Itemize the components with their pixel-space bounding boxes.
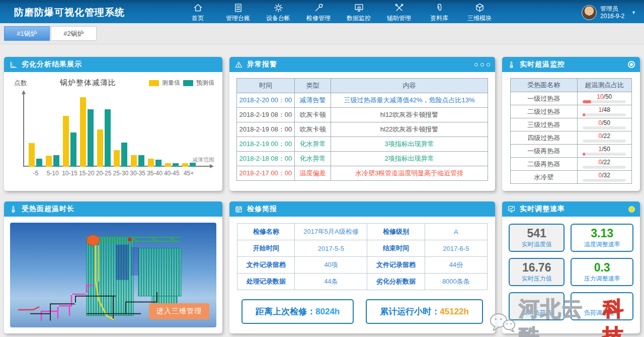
bar-测量值 [114, 150, 120, 167]
alarm-row[interactable]: 2018-2-20 00：00减薄告警三级过热器最大减薄值42%，危险点占比13… [237, 93, 488, 108]
alarm-row[interactable]: 2018-2-18 08：00化水异常2项指标出现异常 [237, 152, 488, 166]
surface-name: 四级过热器 [511, 131, 578, 145]
bar-预测值 [105, 109, 111, 167]
maintenance-row: 检修名称2017年5月A级检修检修级别A [237, 224, 488, 240]
surface-name: 水冷壁 [511, 171, 578, 184]
nav-item-paperclip[interactable]: 资料库 [419, 2, 459, 23]
overheat-ratio-cell: 0/22 [577, 131, 631, 145]
alarm-cell: 2018-2-19 08：00 [237, 108, 295, 122]
user-info: 管理员 2016-9-2 [600, 5, 624, 20]
ratio-denominator: /32 [602, 172, 610, 179]
maintenance-value: 2017年5月A级检修 [295, 224, 367, 240]
total-running-hours-button[interactable]: 累计运行小时：45122h [366, 299, 483, 324]
nav-item-label: 数据监控 [347, 14, 371, 23]
surface-name: 一级过热器 [511, 92, 578, 105]
alarm-cell: 化水异常 [294, 137, 331, 152]
bars-row [114, 143, 127, 167]
bar-测量值 [131, 155, 137, 167]
user-menu[interactable]: 管理员 2016-9-2 ▼ [582, 5, 644, 20]
nav-item-cube[interactable]: 三维模块 [459, 2, 500, 23]
chart-bars: -55-1010-1515-2020-2525-3030-3535-4040-4… [27, 91, 197, 179]
thermometer-icon [9, 205, 18, 214]
metric-value: 3.13 [591, 227, 613, 240]
panel-title: 实时超温监控 [520, 60, 565, 69]
overheat-ratio-cell: 1/50 [577, 145, 631, 158]
bars-row [80, 97, 94, 167]
bars-row [165, 163, 179, 167]
chart-monitor-icon [507, 205, 516, 214]
metric-label: 压力调整速率 [584, 275, 620, 283]
alarm-row[interactable]: 2018-2-17 00：00温度偏差水冷壁3根管道温度明显高于临近管排 [237, 166, 488, 181]
bar-group: 25-30 [112, 91, 129, 179]
bar-测量值 [182, 163, 188, 167]
progress-track [583, 113, 626, 116]
progress-track [583, 166, 626, 169]
alarm-row[interactable]: 2018-2-19 08：00吹灰卡顿hl22吹灰器卡顿报警 [237, 122, 488, 137]
column-header: 受热面名称 [511, 79, 578, 92]
nav-item-ledger[interactable]: 管理台账 [218, 2, 258, 23]
stat-label: 距离上次检修： [256, 307, 315, 316]
ratio-denominator: /50 [604, 93, 612, 100]
overheat-ratio-cell: 0/50 [577, 118, 631, 131]
chart-xlabel: 减薄范围 [192, 156, 214, 164]
boiler-tabstrip: #1锅炉#2锅炉 [0, 23, 644, 44]
alarm-cell: 减薄告警 [294, 93, 331, 108]
x-tick-label: 5-10 [47, 167, 59, 179]
calendar-icon [234, 205, 243, 214]
maintenance-label: 检修名称 [237, 224, 295, 240]
alarm-row[interactable]: 2018-2-19 00：00化水异常3项指标出现异常 [237, 137, 488, 152]
panel-overheat-duration: 受热面超温时长 [4, 201, 222, 333]
ratio-numerator: 10 [597, 93, 603, 100]
progress-fill [583, 153, 585, 156]
nav-item-wrench[interactable]: 检修管理 [298, 2, 339, 23]
paperclip-icon [434, 3, 445, 13]
panel-options-dots[interactable] [474, 63, 490, 66]
chevron-down-icon[interactable]: ▼ [631, 10, 636, 15]
maintenance-value: 2017-5-5 [295, 240, 367, 257]
overheat-row: 三级过热器0/50 [511, 118, 632, 131]
metric-label: 温度调整速率 [584, 240, 620, 249]
x-tick-label: 45+ [184, 167, 194, 179]
alarm-cell: 吹灰卡顿 [294, 122, 331, 137]
maintenance-label: 结束时间 [367, 240, 425, 257]
panel-alarms: 异常报警 时间类型内容 2018-2-20 00：00减薄告警三级过热器最大减薄… [229, 57, 495, 191]
bar-group: 20-25 [95, 91, 112, 179]
tab-boiler-2[interactable]: #2锅炉 [51, 26, 97, 41]
overheat-row: 二级再热器0/22 [511, 158, 632, 171]
alarm-row[interactable]: 2018-2-19 08：00吹灰卡顿hl12吹灰器卡顿报警 [237, 108, 488, 122]
metric-box: 16.76实时压力值 [509, 258, 565, 286]
enter-3d-management-button[interactable]: 进入三维管理 [149, 303, 209, 319]
nav-item-tools[interactable]: 辅助管理 [379, 2, 419, 23]
bar-预测值 [53, 155, 59, 167]
panel-header: 实时超温监控 [502, 57, 640, 72]
home-icon [193, 3, 203, 13]
bar-group: 5-10 [44, 91, 61, 179]
boiler-3d-view[interactable]: 进入三维管理 [10, 223, 216, 327]
tab-boiler-1[interactable]: #1锅炉 [4, 26, 50, 41]
nav-item-label: 设备台帐 [266, 14, 290, 23]
nav-item-gear[interactable]: 设备台帐 [258, 2, 298, 23]
bar-预测值 [70, 132, 76, 167]
panel-maintenance-brief: 检修简报 检修名称2017年5月A级检修检修级别A开始时间2017-5-5结束时… [229, 201, 495, 333]
bar-group: -5 [27, 91, 44, 179]
bar-chart: -55-1010-1515-2020-2525-3030-3535-4040-4… [12, 89, 217, 180]
status-ring-icon [628, 61, 635, 68]
maintenance-value: 8000条条 [425, 274, 487, 290]
nav-item-label: 管理台账 [226, 14, 250, 23]
chart-ylabel: 点数 [14, 79, 27, 88]
overheat-ratio-cell: 1/48 [577, 105, 631, 118]
progress-fill [583, 113, 585, 116]
nav-item-monitor[interactable]: 数据监控 [339, 2, 379, 23]
bar-预测值 [88, 109, 94, 167]
nav-item-label: 辅助管理 [387, 14, 411, 23]
legend-label: 测量值 [162, 79, 180, 87]
since-last-maintenance-button[interactable]: 距离上次检修：8024h [242, 299, 354, 324]
bar-group: 10-15 [61, 91, 78, 179]
panel-header: 异常报警 [229, 57, 495, 72]
maintenance-value: 44条 [295, 274, 367, 290]
overheat-ratio-cell: 0/22 [577, 158, 631, 171]
nav-item-home[interactable]: 首页 [178, 2, 218, 23]
column-header: 类型 [294, 79, 331, 93]
panel-adjust-rate: 实时调整速率 541实时温度值3.13温度调整速率16.76实时压力值0.3压力… [502, 201, 640, 333]
ratio-denominator: /48 [602, 106, 610, 113]
